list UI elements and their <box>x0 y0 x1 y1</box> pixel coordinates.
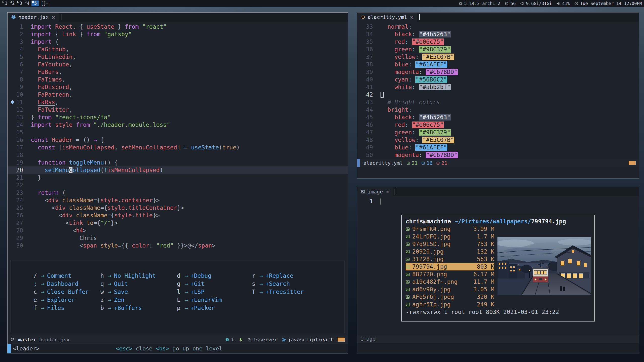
whichkey-hint: <esc> close <bs> go up one level <box>116 345 222 352</box>
tab-image[interactable]: image × <box>357 187 393 196</box>
scroll-indicator <box>629 161 636 165</box>
image-file-icon <box>406 234 410 239</box>
whichkey-column: r→+Replaces→+SearchT→+Treesitter <box>250 272 304 296</box>
code-line-8: 8 FaTimes, <box>8 76 348 83</box>
whichkey-popup: /→Comment;→Dashboardc→Close Buffere→Expl… <box>11 260 345 333</box>
code-line-18: 18 <box>8 151 348 159</box>
system-status: 5.14.2-arch1-2 56 9.6Gi/31Gi 41% Tue Sep… <box>459 1 642 6</box>
volume-icon <box>556 2 560 6</box>
tabline-caret <box>61 14 61 20</box>
code-line-5: 5 FaLinkedin, <box>8 53 348 61</box>
tabline: alacritty.yml × <box>357 13 639 22</box>
kernel-version: 5.14.2-arch1-2 <box>464 1 500 6</box>
code-line-43: 43 # Bright colors <box>357 98 639 106</box>
statusline-filename: image <box>360 336 375 342</box>
code-action-lightbulb-icon[interactable] <box>11 100 14 103</box>
code-line-29: 29 Chris <box>8 234 348 242</box>
file-row-31228.jpg[interactable]: 31228.jpg563 K <box>406 255 494 263</box>
tag-1[interactable]: 1 <box>2 1 9 6</box>
code-line-40: 40 cyan: "#56B6C2" <box>357 76 639 83</box>
code-line-15: 15 <box>8 129 348 136</box>
code-line-17: 17 const [isMenuCollapsed, setMenuCollap… <box>8 144 348 151</box>
tab-close-icon[interactable]: × <box>52 14 55 20</box>
tag-3[interactable]: 3 <box>17 1 24 6</box>
file-row-AFq5r6j.jpeg[interactable]: AFq5r6j.jpeg320 K <box>406 293 494 301</box>
code-line-16: 16const Header = () ⇒ { <box>8 136 348 144</box>
tag-2[interactable]: 2 <box>9 1 17 6</box>
code-line-26: 26 <div className={style.title}> <box>8 212 348 219</box>
memory-status: 9.6Gi/31Gi <box>520 1 552 6</box>
lsp-gear-icon <box>247 338 251 342</box>
tabline-caret <box>395 189 395 195</box>
tab-alacritty-yml[interactable]: alacritty.yml × <box>357 13 417 22</box>
whichkey-mapping-w: w→Save <box>99 288 156 296</box>
image-icon <box>361 190 365 194</box>
code-line-6: 6 FaYoutube, <box>8 61 348 68</box>
whichkey-mapping-g: g→+Git <box>175 280 222 288</box>
file-row-24LrDFQ.jpg[interactable]: 24LrDFQ.jpg1.7 M <box>406 233 494 240</box>
code-line-33: 33 normal: <box>357 23 639 30</box>
whichkey-column: d→+Debugg→+Gitl→+LSPL→+LunarVimp→+Packer <box>175 272 222 312</box>
image-file-icon <box>406 227 410 231</box>
file-row-aghr5Ip.jpg[interactable]: aghr5Ip.jpg249 K <box>406 301 494 308</box>
code-line-3: 3import { <box>8 38 348 46</box>
image-file-icon <box>406 272 410 276</box>
whichkey-mapping-h: h→No Highlight <box>99 272 156 280</box>
code-line-1: 1 <box>357 197 639 205</box>
statusline: image <box>357 335 639 343</box>
code-line-1: 1import React, { useState } from "react" <box>8 23 348 30</box>
image-file-icon <box>406 287 410 292</box>
react-icon <box>11 15 16 20</box>
status-bar: 12345 []= 5.14.2-arch1-2 56 9.6Gi/31Gi 4… <box>0 0 644 7</box>
tab-close-icon[interactable]: × <box>386 189 389 195</box>
layout-indicator[interactable]: []= <box>41 1 49 6</box>
tab-close-icon[interactable]: × <box>410 14 413 20</box>
tab-header-jsx[interactable]: header.jsx × <box>8 13 59 22</box>
file-row-a19c482f~.png[interactable]: a19c482f~.png11.7 M <box>406 278 494 286</box>
file-row-799794.jpg[interactable]: 799794.jpg803 K <box>406 263 494 270</box>
filetype-status: javascriptreact <box>282 337 333 343</box>
kernel-status: 5.14.2-arch1-2 <box>459 1 500 6</box>
tag-4[interactable]: 4 <box>24 1 31 6</box>
cursor <box>381 198 381 205</box>
file-row-882720.png[interactable]: 882720.png6.17 M <box>406 270 494 278</box>
react-icon <box>282 338 286 342</box>
code-line-35: 35 red: "#e06c75" <box>357 38 639 46</box>
statusline-filename: header.jsx <box>39 337 69 343</box>
whichkey-mapping-f: f→Files <box>32 304 89 312</box>
memory-icon <box>520 2 524 6</box>
whichkey-mapping-/: /→Comment <box>32 272 89 280</box>
clock-icon <box>574 2 578 6</box>
git-change-icon <box>421 161 425 165</box>
file-row-20920.jpg[interactable]: 20920.jpg132 K <box>406 248 494 255</box>
scroll-indicator <box>338 338 345 342</box>
whichkey-mapping-z: z→Zen <box>99 296 156 304</box>
whichkey-mapping-e: e→Explorer <box>32 296 89 304</box>
git-branch-icon <box>11 337 15 342</box>
code-buffer: 33 normal:34 black: "#4b5263"35 red: "#e… <box>357 22 639 159</box>
image-file-icon <box>406 280 410 284</box>
code-line-47: 47 green: "#98C379" <box>357 129 639 136</box>
statusline-filename: alacritty.yml <box>363 160 403 166</box>
code-line-45: 45 black: "#4b5263" <box>357 113 639 121</box>
cursor <box>381 92 384 98</box>
file-row-97q9L5D.jpg[interactable]: 97q9L5D.jpg753 K <box>406 240 494 248</box>
tag-5[interactable]: 5 <box>31 1 39 6</box>
image-file-icon <box>406 242 410 246</box>
file-row-9rsmTK4.png[interactable]: 9rsmTK4.png3.09 M <box>406 225 494 233</box>
shell-prompt: chris@machine ~/Pictures/wallpapers/7997… <box>406 218 590 225</box>
code-line-25: 25 <div className={style.titleContainer}… <box>8 204 348 212</box>
whichkey-mapping-c: c→Close Buffer <box>32 288 89 296</box>
code-line-13: 13} from "react-icons/fa" <box>8 113 348 121</box>
code-line-46: 46 red: "#e06c75" <box>357 121 639 129</box>
code-line-37: 37 yellow: "#E5C07B" <box>357 53 639 61</box>
whichkey-column: h→No Highlightq→Quitw→Savez→Zenb→+Buffer… <box>99 272 156 312</box>
code-line-48: 48 yellow: "#E5C07B" <box>357 136 639 144</box>
lsp-status: tsserver <box>247 337 277 343</box>
whichkey-mapping-;: ;→Dashboard <box>32 280 89 288</box>
workspace-tags: 12345 <box>2 1 39 6</box>
whichkey-column: /→Comment;→Dashboardc→Close Buffere→Expl… <box>32 272 89 312</box>
code-line-28: 28 <h4> <box>8 227 348 234</box>
file-row-ad6v90y.jpg[interactable]: ad6v90y.jpg3.05 M <box>406 286 494 293</box>
statusline: master header.jsx 1 tsserver javascriptr… <box>8 335 348 344</box>
